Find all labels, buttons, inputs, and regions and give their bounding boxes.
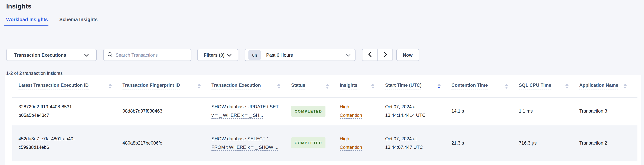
insights-table-card: Latest Transaction Execution ID Transact… bbox=[5, 75, 641, 165]
latest-transaction-execution-id-cell: 328729d2-ff19-4408-8531-b05a5b4e43c7 bbox=[12, 97, 122, 125]
latest-transaction-execution-id-cell: 452da3e7-e7fa-4801-aa40-c59988d14eb6 bbox=[12, 125, 122, 161]
transaction-fingerprint-id-cell: 08d8b7d97f830463 bbox=[122, 97, 212, 125]
time-prev-button[interactable] bbox=[362, 49, 378, 61]
insights-cell: High Contention bbox=[340, 125, 385, 161]
status-badge: COMPLETED bbox=[291, 137, 326, 148]
now-button[interactable]: Now bbox=[396, 49, 419, 61]
column-header-transaction-fingerprint-id[interactable]: Transaction Fingerprint ID bbox=[122, 75, 212, 97]
sql-cpu-time-cell: 1.1 ms bbox=[519, 97, 579, 125]
caret-right-icon bbox=[384, 52, 387, 58]
start-time-cell: Oct 07, 2024 at 13:44:07.447 UTC bbox=[385, 125, 452, 161]
time-next-button[interactable] bbox=[378, 49, 393, 61]
sql-cpu-time-cell: 716.3 µs bbox=[519, 125, 579, 161]
transaction-fingerprint-id-cell: 480a8b217be006fe bbox=[122, 125, 212, 161]
application-name-cell: Transaction 3 bbox=[579, 97, 638, 125]
contention-time-cell: 21.3 s bbox=[452, 125, 519, 161]
table-row: 452da3e7-e7fa-4801-aa40-c59988d14eb6 480… bbox=[12, 125, 638, 161]
column-header-transaction-execution[interactable]: Transaction Execution bbox=[212, 75, 291, 97]
contention-time-cell: 14.1 s bbox=[452, 97, 519, 125]
column-header-latest-transaction-execution-id[interactable]: Latest Transaction Execution ID bbox=[12, 75, 122, 97]
insight-link[interactable]: High Contention bbox=[340, 103, 369, 119]
transaction-execution-link[interactable]: SHOW database UPDATE t SET v = _ WHERE k… bbox=[212, 103, 279, 119]
column-header-sql-cpu-time[interactable]: SQL CPU Time bbox=[519, 75, 579, 97]
sort-icon[interactable] bbox=[566, 84, 568, 88]
time-range-picker[interactable]: 6h Past 6 Hours bbox=[244, 49, 356, 61]
sort-icon[interactable] bbox=[198, 84, 201, 88]
tab-schema-insights[interactable]: Schema Insights bbox=[59, 17, 98, 26]
tab-workload-insights[interactable]: Workload Insights bbox=[6, 17, 48, 26]
start-time-cell: Oct 07, 2024 at 13:44:14.4414 UTC bbox=[385, 97, 452, 125]
application-name-cell: Transaction 2 bbox=[579, 125, 638, 161]
status-cell: COMPLETED bbox=[291, 97, 340, 125]
chevron-down-icon bbox=[84, 52, 88, 58]
transaction-execution-link[interactable]: SHOW database SELECT * FROM t WHERE k = … bbox=[212, 134, 279, 151]
transaction-execution-cell: SHOW database SELECT * FROM t WHERE k = … bbox=[212, 125, 291, 161]
insights-cell: High Contention bbox=[340, 97, 385, 125]
sort-icon[interactable] bbox=[108, 84, 112, 88]
table-row: 328729d2-ff19-4408-8531-b05a5b4e43c7 08d… bbox=[12, 97, 638, 125]
insight-link[interactable]: High Contention bbox=[340, 134, 369, 151]
column-header-status[interactable]: Status bbox=[291, 75, 340, 97]
insight-type-dropdown[interactable]: Transaction Executions bbox=[6, 49, 97, 61]
sort-icon[interactable] bbox=[277, 84, 280, 88]
column-header-application-name[interactable]: Application Name bbox=[579, 75, 638, 97]
page-title: Insights bbox=[0, 0, 644, 11]
search-input[interactable] bbox=[116, 52, 187, 58]
time-range-label: Past 6 Hours bbox=[266, 52, 293, 58]
filters-button[interactable]: Filters (0) bbox=[197, 49, 238, 61]
column-header-start-time[interactable]: Start Time (UTC) bbox=[385, 75, 452, 97]
column-header-contention-time[interactable]: Contention Time bbox=[452, 75, 519, 97]
filters-label: Filters (0) bbox=[204, 52, 224, 58]
sort-icon[interactable] bbox=[505, 84, 508, 88]
time-pager bbox=[362, 49, 393, 61]
sort-icon[interactable] bbox=[438, 84, 441, 88]
toolbar: Transaction Executions Filters (0) 6h Pa… bbox=[6, 49, 644, 61]
search-box bbox=[103, 49, 192, 61]
status-badge: COMPLETED bbox=[291, 105, 326, 117]
chevron-down-icon bbox=[346, 52, 350, 58]
tab-bar: Workload Insights Schema Insights bbox=[0, 17, 644, 26]
column-header-insights[interactable]: Insights bbox=[340, 75, 385, 97]
insight-type-label: Transaction Executions bbox=[14, 52, 66, 58]
toolbar-divider bbox=[240, 49, 240, 61]
sort-icon[interactable] bbox=[624, 84, 627, 88]
status-cell: COMPLETED bbox=[291, 125, 340, 161]
transaction-insights-table: Latest Transaction Execution ID Transact… bbox=[12, 75, 638, 161]
time-range-badge: 6h bbox=[248, 50, 261, 60]
search-icon bbox=[108, 52, 112, 58]
chevron-down-icon bbox=[227, 52, 232, 58]
sort-icon[interactable] bbox=[371, 84, 374, 88]
sort-icon[interactable] bbox=[326, 84, 329, 88]
caret-left-icon bbox=[368, 52, 372, 58]
transaction-execution-cell: SHOW database UPDATE t SET v = _ WHERE k… bbox=[212, 97, 291, 125]
insights-page: Insights Workload Insights Schema Insigh… bbox=[0, 0, 644, 165]
table-header-row: Latest Transaction Execution ID Transact… bbox=[12, 75, 638, 97]
